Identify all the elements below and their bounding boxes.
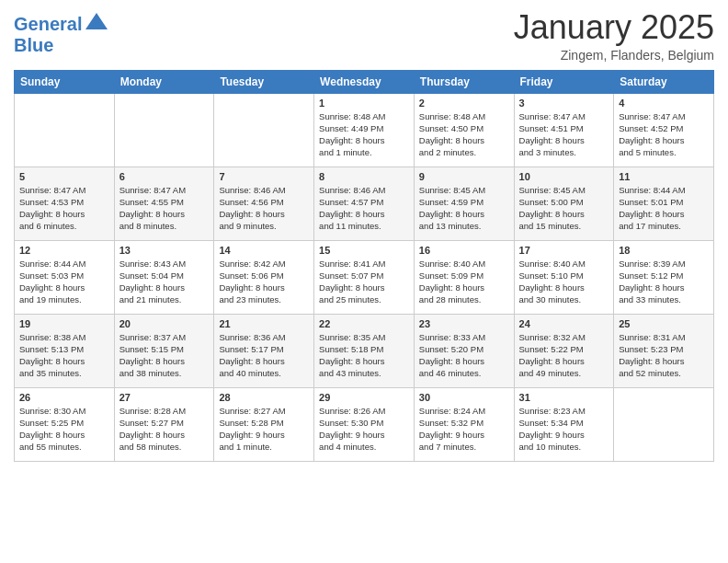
calendar-body: 1Sunrise: 8:48 AM Sunset: 4:49 PM Daylig… [15, 93, 714, 461]
day-cell: 27Sunrise: 8:28 AM Sunset: 5:27 PM Dayli… [114, 387, 214, 461]
header: General Blue January 2025 Zingem, Flande… [14, 9, 714, 63]
weekday-wednesday: Wednesday [314, 70, 415, 93]
day-info: Sunrise: 8:31 AM Sunset: 5:23 PM Dayligh… [619, 331, 709, 380]
day-number: 28 [219, 392, 309, 403]
day-number: 19 [19, 318, 109, 329]
day-info: Sunrise: 8:47 AM Sunset: 4:55 PM Dayligh… [119, 184, 210, 233]
day-info: Sunrise: 8:44 AM Sunset: 5:03 PM Dayligh… [19, 258, 109, 306]
day-number: 22 [319, 318, 409, 329]
day-info: Sunrise: 8:26 AM Sunset: 5:30 PM Dayligh… [319, 405, 409, 454]
logo-general: General [14, 14, 82, 34]
day-number: 23 [419, 318, 509, 329]
day-info: Sunrise: 8:44 AM Sunset: 5:01 PM Dayligh… [619, 184, 709, 233]
weekday-tuesday: Tuesday [214, 70, 314, 93]
day-number: 5 [19, 171, 109, 182]
day-number: 11 [619, 171, 709, 182]
week-row-3: 12Sunrise: 8:44 AM Sunset: 5:03 PM Dayli… [15, 240, 714, 314]
day-number: 17 [519, 245, 609, 256]
day-info: Sunrise: 8:38 AM Sunset: 5:13 PM Dayligh… [19, 331, 109, 380]
day-info: Sunrise: 8:40 AM Sunset: 5:10 PM Dayligh… [519, 258, 609, 306]
day-number: 4 [619, 98, 709, 109]
weekday-header-row: SundayMondayTuesdayWednesdayThursdayFrid… [15, 70, 714, 93]
day-cell: 10Sunrise: 8:45 AM Sunset: 5:00 PM Dayli… [514, 167, 614, 240]
day-cell: 2Sunrise: 8:48 AM Sunset: 4:50 PM Daylig… [414, 93, 514, 167]
day-info: Sunrise: 8:30 AM Sunset: 5:25 PM Dayligh… [19, 405, 109, 454]
day-info: Sunrise: 8:47 AM Sunset: 4:52 PM Dayligh… [619, 110, 709, 159]
title-block: January 2025 Zingem, Flanders, Belgium [514, 9, 714, 63]
day-cell: 11Sunrise: 8:44 AM Sunset: 5:01 PM Dayli… [614, 167, 714, 240]
day-info: Sunrise: 8:33 AM Sunset: 5:20 PM Dayligh… [419, 331, 509, 380]
logo-icon [84, 9, 109, 35]
day-number: 13 [119, 245, 210, 256]
day-info: Sunrise: 8:23 AM Sunset: 5:34 PM Dayligh… [519, 405, 609, 454]
day-cell [214, 93, 314, 167]
day-cell: 30Sunrise: 8:24 AM Sunset: 5:32 PM Dayli… [414, 387, 514, 461]
day-info: Sunrise: 8:35 AM Sunset: 5:18 PM Dayligh… [319, 331, 409, 380]
day-info: Sunrise: 8:47 AM Sunset: 4:53 PM Dayligh… [19, 184, 109, 233]
day-cell: 20Sunrise: 8:37 AM Sunset: 5:15 PM Dayli… [114, 314, 214, 387]
day-info: Sunrise: 8:48 AM Sunset: 4:49 PM Dayligh… [319, 110, 409, 159]
day-cell: 13Sunrise: 8:43 AM Sunset: 5:04 PM Dayli… [114, 240, 214, 314]
day-info: Sunrise: 8:45 AM Sunset: 5:00 PM Dayligh… [519, 184, 609, 233]
day-cell: 18Sunrise: 8:39 AM Sunset: 5:12 PM Dayli… [614, 240, 714, 314]
day-number: 30 [419, 392, 509, 403]
day-cell: 9Sunrise: 8:45 AM Sunset: 4:59 PM Daylig… [414, 167, 514, 240]
day-info: Sunrise: 8:28 AM Sunset: 5:27 PM Dayligh… [119, 405, 210, 454]
week-row-5: 26Sunrise: 8:30 AM Sunset: 5:25 PM Dayli… [15, 387, 714, 461]
calendar-table: SundayMondayTuesdayWednesdayThursdayFrid… [14, 70, 714, 462]
day-number: 24 [519, 318, 609, 329]
day-cell: 4Sunrise: 8:47 AM Sunset: 4:52 PM Daylig… [614, 93, 714, 167]
day-cell: 15Sunrise: 8:41 AM Sunset: 5:07 PM Dayli… [314, 240, 415, 314]
day-cell: 26Sunrise: 8:30 AM Sunset: 5:25 PM Dayli… [15, 387, 115, 461]
day-number: 27 [119, 392, 210, 403]
day-info: Sunrise: 8:43 AM Sunset: 5:04 PM Dayligh… [119, 258, 210, 306]
weekday-sunday: Sunday [15, 70, 115, 93]
day-number: 12 [19, 245, 109, 256]
day-info: Sunrise: 8:45 AM Sunset: 4:59 PM Dayligh… [419, 184, 509, 233]
day-cell: 12Sunrise: 8:44 AM Sunset: 5:03 PM Dayli… [15, 240, 115, 314]
day-cell: 17Sunrise: 8:40 AM Sunset: 5:10 PM Dayli… [514, 240, 614, 314]
day-number: 3 [519, 98, 609, 109]
day-info: Sunrise: 8:40 AM Sunset: 5:09 PM Dayligh… [419, 258, 509, 306]
day-cell: 21Sunrise: 8:36 AM Sunset: 5:17 PM Dayli… [214, 314, 314, 387]
day-cell: 28Sunrise: 8:27 AM Sunset: 5:28 PM Dayli… [214, 387, 314, 461]
day-cell: 19Sunrise: 8:38 AM Sunset: 5:13 PM Dayli… [15, 314, 115, 387]
day-cell: 29Sunrise: 8:26 AM Sunset: 5:30 PM Dayli… [314, 387, 415, 461]
week-row-1: 1Sunrise: 8:48 AM Sunset: 4:49 PM Daylig… [15, 93, 714, 167]
day-info: Sunrise: 8:46 AM Sunset: 4:57 PM Dayligh… [319, 184, 409, 233]
day-number: 18 [619, 245, 709, 256]
day-number: 6 [119, 171, 210, 182]
day-info: Sunrise: 8:46 AM Sunset: 4:56 PM Dayligh… [219, 184, 309, 233]
page: General Blue January 2025 Zingem, Flande… [0, 0, 728, 563]
day-cell: 25Sunrise: 8:31 AM Sunset: 5:23 PM Dayli… [614, 314, 714, 387]
day-cell: 5Sunrise: 8:47 AM Sunset: 4:53 PM Daylig… [15, 167, 115, 240]
day-number: 26 [19, 392, 109, 403]
day-cell [15, 93, 115, 167]
day-cell [614, 387, 714, 461]
day-info: Sunrise: 8:32 AM Sunset: 5:22 PM Dayligh… [519, 331, 609, 380]
day-cell: 6Sunrise: 8:47 AM Sunset: 4:55 PM Daylig… [114, 167, 214, 240]
week-row-2: 5Sunrise: 8:47 AM Sunset: 4:53 PM Daylig… [15, 167, 714, 240]
day-number: 1 [319, 98, 409, 109]
day-number: 2 [419, 98, 509, 109]
day-number: 29 [319, 392, 409, 403]
day-number: 8 [319, 171, 409, 182]
day-cell: 1Sunrise: 8:48 AM Sunset: 4:49 PM Daylig… [314, 93, 415, 167]
day-info: Sunrise: 8:47 AM Sunset: 4:51 PM Dayligh… [519, 110, 609, 159]
day-info: Sunrise: 8:39 AM Sunset: 5:12 PM Dayligh… [619, 258, 709, 306]
day-info: Sunrise: 8:24 AM Sunset: 5:32 PM Dayligh… [419, 405, 509, 454]
day-number: 9 [419, 171, 509, 182]
day-number: 7 [219, 171, 309, 182]
weekday-monday: Monday [114, 70, 214, 93]
logo: General Blue [14, 13, 109, 55]
weekday-friday: Friday [514, 70, 614, 93]
day-cell: 31Sunrise: 8:23 AM Sunset: 5:34 PM Dayli… [514, 387, 614, 461]
day-number: 16 [419, 245, 509, 256]
day-info: Sunrise: 8:48 AM Sunset: 4:50 PM Dayligh… [419, 110, 509, 159]
day-info: Sunrise: 8:27 AM Sunset: 5:28 PM Dayligh… [219, 405, 309, 454]
day-cell: 16Sunrise: 8:40 AM Sunset: 5:09 PM Dayli… [414, 240, 514, 314]
day-number: 20 [119, 318, 210, 329]
day-cell: 23Sunrise: 8:33 AM Sunset: 5:20 PM Dayli… [414, 314, 514, 387]
day-number: 21 [219, 318, 309, 329]
month-title: January 2025 [514, 9, 714, 46]
